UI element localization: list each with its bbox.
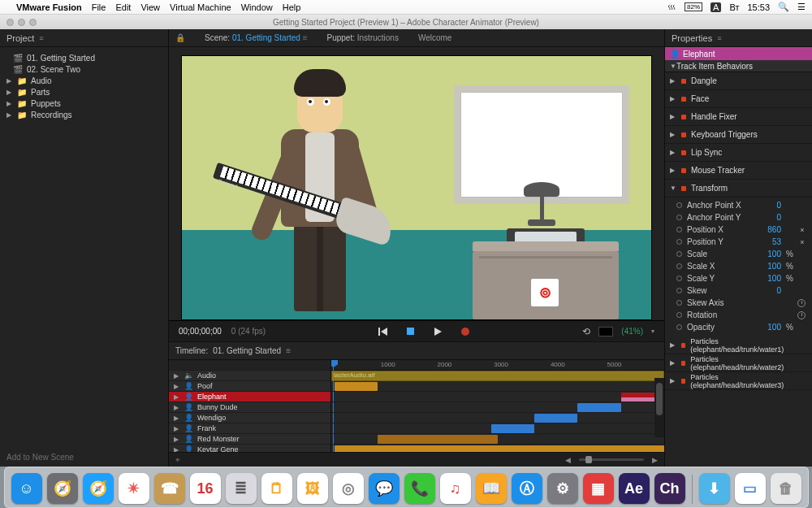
scene-tab-active[interactable]: Scene: 01. Getting Started ≡ — [205, 33, 308, 42]
enabled-indicator-icon[interactable] — [681, 97, 686, 102]
timeline-track-area[interactable]: 1000 2000 3000 4000 5000 lasterAudio.aif — [331, 360, 664, 452]
play-button[interactable] — [433, 327, 443, 336]
timeline-track-row[interactable]: ▶👤Bunny Dude — [169, 402, 330, 413]
dock-app-icon[interactable]: 📖 — [476, 473, 507, 504]
menubar-item[interactable]: File — [92, 2, 106, 12]
keyframe-toggle-icon[interactable] — [676, 312, 682, 318]
dock-app-icon[interactable]: ☎ — [154, 473, 185, 504]
properties-selection[interactable]: 👤 Elephant — [665, 47, 812, 60]
dock-app-icon[interactable]: 🖼 — [297, 473, 328, 504]
property-row[interactable]: Position Y53× — [665, 236, 812, 248]
menubar-item[interactable]: Edit — [115, 2, 131, 12]
menubar-item[interactable]: Window — [241, 2, 273, 12]
dock-app-icon[interactable]: Ae — [619, 473, 650, 504]
timeline-track-row[interactable]: ▶👤Red Monster — [169, 434, 330, 445]
property-value[interactable]: 100 — [758, 262, 781, 271]
dock-app-icon[interactable]: Ch — [654, 473, 685, 504]
project-folder[interactable]: ▶📁Puppets — [0, 98, 168, 109]
menubar-item[interactable]: View — [140, 2, 160, 12]
property-value[interactable]: 53 — [758, 237, 781, 246]
enabled-indicator-icon[interactable] — [681, 168, 686, 173]
enabled-indicator-icon[interactable] — [681, 379, 686, 384]
behavior-particles-row[interactable]: ▶Particles (elephant/head/trunk/water3) — [665, 372, 812, 390]
stop-button[interactable] — [405, 327, 415, 336]
keyframe-toggle-icon[interactable] — [676, 288, 682, 293]
behavior-row[interactable]: ▶Dangle — [665, 72, 812, 90]
loop-icon[interactable]: ⟲ — [582, 326, 590, 337]
dock-app-icon[interactable]: Ⓐ — [512, 473, 542, 504]
project-folder[interactable]: ▶📁Recordings — [0, 109, 168, 120]
property-value[interactable]: 100 — [758, 250, 781, 258]
behavior-row[interactable]: ▶Handle Fixer — [665, 108, 812, 126]
enabled-indicator-icon[interactable] — [681, 150, 686, 155]
behavior-row[interactable]: ▶Mouse Tracker — [665, 162, 812, 180]
property-row[interactable]: Rotation — [665, 309, 812, 321]
dock-app-icon[interactable]: 🗑 — [771, 473, 801, 504]
spotlight-icon[interactable]: 🔍 — [778, 2, 789, 12]
battery-icon[interactable]: 82% — [685, 2, 702, 11]
property-value[interactable]: 100 — [758, 323, 781, 332]
menubar-item[interactable]: Virtual Machine — [170, 2, 231, 12]
behavior-particles-row[interactable]: ▶Particles (elephant/head/trunk/water1) — [665, 336, 812, 354]
enabled-indicator-icon[interactable] — [681, 115, 686, 119]
project-item-scene[interactable]: 🎬02. Scene Two — [0, 63, 168, 75]
property-row[interactable]: Anchor Point X0 — [665, 199, 812, 211]
panel-menu-icon[interactable]: ≡ — [39, 34, 43, 42]
property-row[interactable]: Opacity100% — [665, 321, 812, 333]
timeline-track-row[interactable]: ▶👤Elephant — [169, 392, 330, 402]
dock-app-icon[interactable]: 🗒 — [261, 473, 292, 504]
property-row[interactable]: Anchor Point Y0 — [665, 211, 812, 224]
behavior-row[interactable]: ▶Keyboard Triggers — [665, 126, 812, 144]
dock-app-icon[interactable]: ◎ — [333, 473, 364, 504]
scene-tab[interactable]: Welcome — [418, 33, 452, 42]
chevron-down-icon[interactable]: ▾ — [651, 328, 654, 335]
dock-app-icon[interactable]: ≣ — [226, 473, 257, 504]
dock-app-icon[interactable]: ♫ — [440, 473, 471, 504]
project-item-scene[interactable]: 🎬01. Getting Started — [0, 52, 168, 63]
keyframe-toggle-icon[interactable] — [676, 263, 682, 269]
menubar-app-name[interactable]: VMware Fusion — [16, 2, 82, 12]
dock-app-icon[interactable]: 💬 — [369, 473, 400, 504]
panel-menu-icon[interactable]: ≡ — [303, 33, 308, 42]
zoom-in-icon[interactable]: ▶ — [652, 456, 658, 464]
bg-color-swatch[interactable] — [598, 327, 613, 336]
dock-app-icon[interactable]: ✴ — [119, 473, 149, 504]
properties-section-header[interactable]: ▼Track Item Behaviors — [665, 60, 812, 72]
zoom-out-icon[interactable]: ◀ — [565, 456, 571, 464]
property-value[interactable]: 0 — [758, 201, 781, 210]
keyframe-toggle-icon[interactable] — [676, 215, 682, 220]
record-button[interactable] — [460, 327, 470, 336]
snap-icon[interactable]: ⌖ — [175, 455, 180, 465]
traffic-lights[interactable] — [6, 19, 37, 26]
notification-center-icon[interactable]: ☰ — [797, 2, 806, 12]
timeline-ruler[interactable]: 1000 2000 3000 4000 5000 — [331, 360, 664, 371]
dock-app-icon[interactable]: ⚙ — [547, 473, 578, 504]
keyframe-toggle-icon[interactable] — [676, 251, 682, 257]
dock-app-icon[interactable]: 📞 — [404, 473, 435, 504]
timeline-track-row[interactable]: ▶👤Poof — [169, 381, 330, 392]
project-folder[interactable]: ▶📁Parts — [0, 86, 168, 98]
keyframe-toggle-icon[interactable] — [676, 239, 682, 245]
enabled-indicator-icon[interactable] — [681, 361, 686, 366]
scene-tab[interactable]: Puppet: Instructions — [327, 33, 399, 42]
property-row[interactable]: Scale X100% — [665, 260, 812, 272]
dock-app-icon[interactable]: ▦ — [583, 473, 614, 504]
property-value[interactable]: 100 — [758, 274, 781, 283]
wifi-icon[interactable]: ᯾ — [667, 2, 676, 12]
timecode-display[interactable]: 00;00;00;00 — [179, 327, 222, 336]
keyframe-toggle-icon[interactable] — [676, 324, 682, 330]
project-panel-footer[interactable]: Add to New Scene — [0, 448, 168, 467]
property-row[interactable]: Skew0 — [665, 284, 812, 297]
lock-icon[interactable]: 🔒 — [175, 33, 185, 42]
keyframe-toggle-icon[interactable] — [676, 300, 682, 306]
project-folder[interactable]: ▶📁Audio — [0, 75, 168, 86]
input-source-icon[interactable]: A — [710, 2, 721, 12]
property-row[interactable]: Position X860× — [665, 224, 812, 236]
dock-app-icon[interactable]: ▭ — [735, 473, 766, 504]
behavior-transform[interactable]: ▼Transform — [665, 180, 812, 198]
property-row[interactable]: Scale Y100% — [665, 272, 812, 284]
zoom-level[interactable]: (41%) — [621, 327, 643, 336]
property-value[interactable]: 860 — [758, 225, 781, 234]
property-value[interactable]: 0 — [758, 286, 781, 295]
menubar-item[interactable]: Help — [283, 2, 301, 12]
